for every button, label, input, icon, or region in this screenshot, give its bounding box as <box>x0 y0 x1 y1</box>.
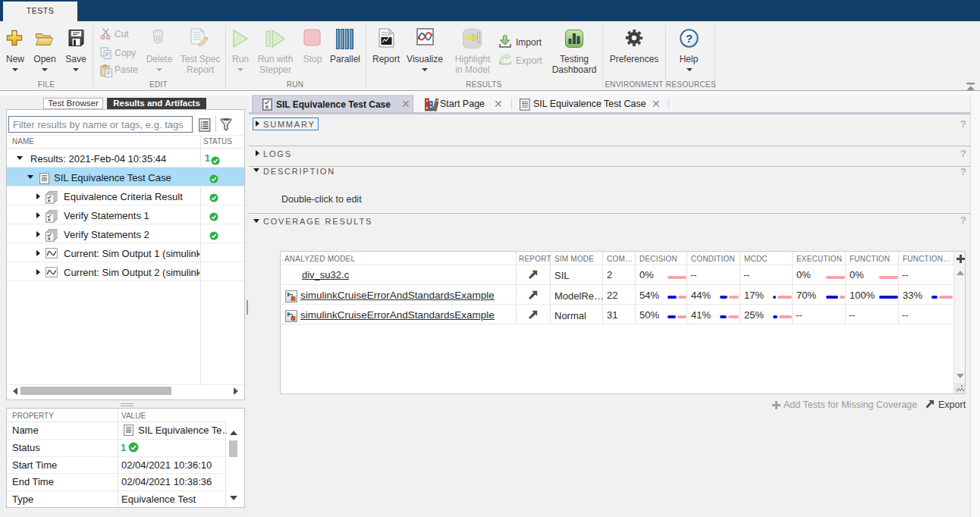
svg-text:?: ? <box>686 32 693 45</box>
